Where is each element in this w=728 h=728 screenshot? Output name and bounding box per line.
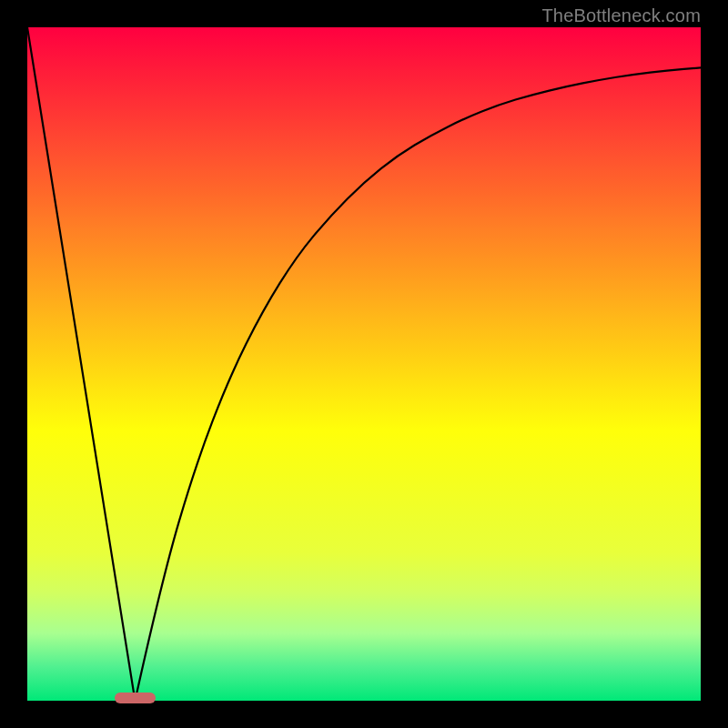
chart-curves <box>27 27 701 701</box>
left-curve-path <box>27 27 135 701</box>
bottleneck-marker <box>115 693 155 703</box>
right-curve-path <box>135 67 701 701</box>
chart-plot-area <box>27 27 701 701</box>
chart-frame: TheBottleneck.com <box>0 0 728 728</box>
watermark-text: TheBottleneck.com <box>541 5 701 26</box>
